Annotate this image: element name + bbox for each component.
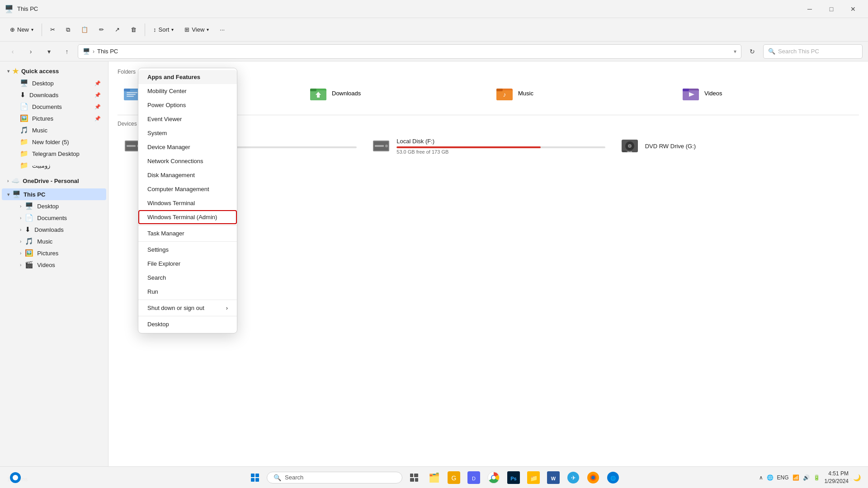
folder-videos[interactable]: Videos: [676, 80, 859, 106]
new-button[interactable]: ⊕ New ▾: [5, 24, 38, 35]
time-display[interactable]: 4:51 PM 1/29/2024: [825, 470, 849, 485]
taskbar-telegram[interactable]: ✈: [565, 469, 581, 486]
taskbar-photoshop[interactable]: Ps: [505, 469, 522, 486]
taskbar-search-box[interactable]: 🔍 Search: [267, 472, 402, 483]
menu-windows-terminal-admin[interactable]: Windows Terminal (Admin): [138, 210, 237, 224]
tray-arrow-icon[interactable]: ∧: [759, 474, 763, 481]
address-chevron-icon: ▾: [734, 48, 736, 55]
menu-windows-terminal[interactable]: Windows Terminal: [138, 196, 237, 210]
sort-icon: ↕: [153, 26, 156, 33]
battery-icon[interactable]: 🔋: [813, 474, 820, 481]
menu-system[interactable]: System: [138, 126, 237, 140]
refresh-button[interactable]: ↻: [745, 44, 760, 59]
taskbar-file-explorer[interactable]: 🗂️: [426, 469, 442, 486]
this-pc-pictures[interactable]: › 🖼️ Pictures: [14, 247, 106, 259]
device-dvd-g[interactable]: DVD DVD RW Drive (G:): [614, 132, 859, 160]
menu-mobility-center[interactable]: Mobility Center: [138, 84, 237, 98]
menu-settings[interactable]: Settings: [138, 243, 237, 257]
menu-search[interactable]: Search: [138, 271, 237, 285]
taskbar-word[interactable]: W: [545, 469, 561, 486]
recent-locations-button[interactable]: ▾: [42, 44, 56, 59]
menu-device-manager[interactable]: Device Manager: [138, 140, 237, 154]
menu-item-label-12: Settings: [147, 246, 169, 253]
this-pc-desktop[interactable]: › 🖥️ Desktop: [14, 200, 106, 212]
this-pc-pictures-label: Pictures: [37, 250, 58, 257]
sidebar-item-documents[interactable]: 📄 Documents 📌: [14, 101, 106, 113]
view-button[interactable]: ⊞ View ▾: [180, 24, 213, 35]
svg-rect-35: [255, 474, 259, 477]
this-pc-desktop-label: Desktop: [37, 203, 59, 210]
taskbar-chrome[interactable]: [486, 469, 502, 486]
address-bar[interactable]: 🖥️ › This PC ▾: [78, 44, 741, 59]
menu-disk-management[interactable]: Disk Management: [138, 168, 237, 182]
minimize-button[interactable]: ─: [799, 2, 820, 16]
menu-power-options[interactable]: Power Options: [138, 98, 237, 112]
cut-button[interactable]: ✂: [46, 24, 60, 35]
sidebar-item-downloads[interactable]: ⬇ Downloads 📌: [14, 89, 106, 101]
delete-button[interactable]: 🗑: [126, 24, 141, 35]
this-pc-music[interactable]: › 🎵 Music: [14, 235, 106, 247]
this-pc-downloads[interactable]: › ⬇ Downloads: [14, 224, 106, 235]
tray-network-icon[interactable]: 🌐: [767, 474, 774, 481]
rename-button[interactable]: ✏: [94, 24, 108, 35]
sidebar-this-pc[interactable]: ▾ 🖥️ This PC: [2, 188, 106, 200]
sidebar-item-pictures[interactable]: 🖼️ Pictures 📌: [14, 113, 106, 124]
sidebar-item-zombit[interactable]: 📁 زومبيت: [14, 160, 106, 171]
sidebar-quick-access-items: 🖥️ Desktop 📌 ⬇ Downloads 📌 📄 Documents 📌…: [0, 77, 108, 171]
view-label: View: [192, 26, 204, 33]
menu-apps-features[interactable]: Apps and Features: [138, 70, 237, 84]
folder-music[interactable]: ♪ Music: [490, 80, 673, 106]
taskbar-app-1[interactable]: G: [446, 469, 462, 486]
svg-point-33: [13, 475, 18, 480]
this-pc-videos[interactable]: › 🎬 Videos: [14, 259, 106, 271]
svg-rect-2: [124, 89, 130, 91]
volume-icon[interactable]: 🔊: [803, 474, 810, 481]
taskbar-files[interactable]: 📁: [525, 469, 542, 486]
taskbar-browser[interactable]: 🌐: [605, 469, 621, 486]
menu-computer-management[interactable]: Computer Management: [138, 182, 237, 196]
sidebar-item-telegram[interactable]: 📁 Telegram Desktop: [14, 148, 106, 160]
word-icon: W: [547, 471, 560, 484]
sidebar-item-new-folder[interactable]: 📁 New folder (5): [14, 136, 106, 148]
menu-task-manager[interactable]: Task Manager: [138, 226, 237, 240]
copy-button[interactable]: ⧉: [61, 24, 75, 36]
system-tray: ∧ 🌐 ENG 📶 🔊 🔋: [759, 474, 820, 481]
menu-network-connections[interactable]: Network Connections: [138, 154, 237, 168]
folder-downloads[interactable]: Downloads: [304, 80, 486, 106]
device-f-info: Local Disk (F:) 53.0 GB free of 173 GB: [396, 138, 605, 155]
this-pc-documents[interactable]: › 📄 Documents: [14, 212, 106, 224]
taskbar-cortana-icon[interactable]: [7, 469, 24, 486]
firefox-icon: [587, 471, 599, 484]
menu-run[interactable]: Run: [138, 285, 237, 299]
taskbar-discord[interactable]: D: [466, 469, 482, 486]
taskbar-start-button[interactable]: [247, 469, 263, 486]
close-button[interactable]: ✕: [843, 2, 863, 16]
wifi-icon[interactable]: 📶: [793, 474, 799, 481]
notification-icon[interactable]: 🌙: [853, 474, 861, 481]
forward-button[interactable]: ›: [24, 44, 38, 59]
svg-text:♪: ♪: [503, 91, 506, 98]
back-button[interactable]: ‹: [5, 44, 20, 59]
more-button[interactable]: ···: [215, 24, 229, 35]
menu-shutdown[interactable]: Shut down or sign out ›: [138, 301, 237, 315]
menu-desktop[interactable]: Desktop: [138, 317, 237, 331]
maximize-button[interactable]: □: [821, 2, 842, 16]
this-pc-music-label: Music: [37, 238, 52, 245]
taskbar-firefox[interactable]: [585, 469, 601, 486]
taskbar-task-view[interactable]: [406, 469, 422, 486]
search-box[interactable]: 🔍 Search This PC: [763, 44, 863, 59]
up-button[interactable]: ↑: [60, 44, 74, 59]
svg-rect-4: [127, 94, 136, 95]
language-indicator[interactable]: ENG: [777, 474, 789, 481]
menu-file-explorer[interactable]: File Explorer: [138, 257, 237, 271]
sidebar-onedrive[interactable]: › ☁️ OneDrive - Personal: [2, 175, 106, 187]
device-local-f[interactable]: Local Disk (F:) 53.0 GB free of 173 GB: [366, 132, 610, 160]
sort-button[interactable]: ↕ Sort ▾: [149, 24, 178, 35]
this-pc-documents-icon: 📄: [25, 214, 33, 222]
share-button[interactable]: ↗: [110, 24, 124, 35]
sidebar-item-desktop[interactable]: 🖥️ Desktop 📌: [14, 77, 106, 89]
sidebar-quick-access[interactable]: ▾ ★ Quick access: [2, 65, 106, 77]
sidebar-item-music[interactable]: 🎵 Music: [14, 124, 106, 136]
paste-button[interactable]: 📋: [76, 24, 93, 35]
menu-event-viewer[interactable]: Event Viewer: [138, 112, 237, 126]
